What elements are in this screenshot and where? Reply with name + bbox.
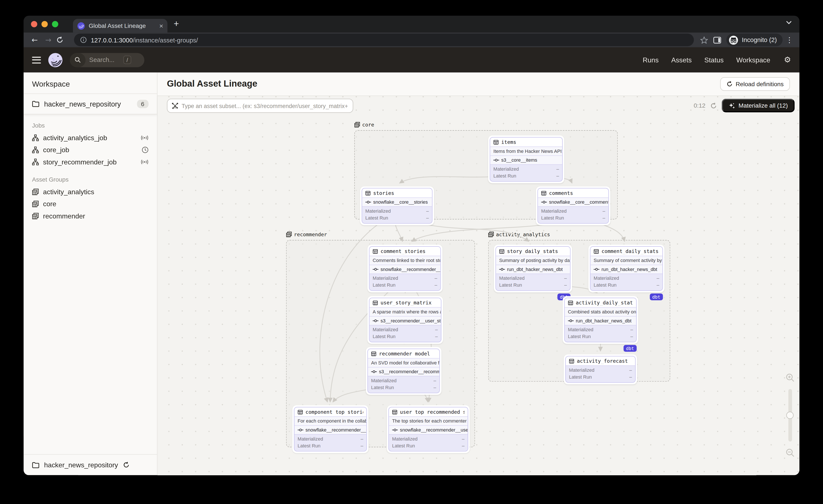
browser-tab-strip: Global Asset Lineage × + bbox=[24, 16, 799, 32]
maximize-window-button[interactable] bbox=[52, 21, 58, 27]
asset-filter[interactable] bbox=[167, 99, 353, 113]
close-window-button[interactable] bbox=[31, 21, 37, 27]
op-icon bbox=[298, 428, 304, 432]
browser-menu-icon[interactable]: ⋮ bbox=[785, 36, 794, 44]
materialized-label: Materialized bbox=[568, 327, 594, 333]
job-name: activity_analytics_job bbox=[43, 134, 107, 142]
asset-node-activity-daily-stats[interactable]: activity_daily_stats Combined stats abou… bbox=[562, 296, 638, 344]
asset-name: component_top_stories bbox=[305, 409, 363, 415]
refresh-graph-icon[interactable] bbox=[710, 102, 717, 109]
latest-run-label: Latest Run bbox=[499, 282, 522, 289]
asset-node-component-top-stories[interactable]: component_top_stories For each component… bbox=[292, 405, 368, 453]
asset-node-story-daily-stats[interactable]: story_daily_stats Summary of posting act… bbox=[494, 244, 572, 292]
address-bar[interactable]: 127.0.0.1:3000/instance/asset-groups/ bbox=[74, 34, 694, 46]
asset-node-user-story-matrix[interactable]: user_story_matrix A sparse matrix where … bbox=[367, 296, 443, 344]
sidebar-item-activity-analytics-group[interactable]: activity_analytics bbox=[24, 186, 157, 198]
reload-definitions-button[interactable]: Reload definitions bbox=[720, 77, 790, 91]
asset-description: Summary of comment activity by day bbox=[591, 256, 662, 265]
materialized-value: – bbox=[564, 275, 567, 282]
bookmark-star-icon[interactable] bbox=[700, 36, 708, 44]
asset-group-icon bbox=[32, 188, 39, 195]
latest-run-label: Latest Run bbox=[568, 333, 591, 340]
tab-search-chevron-icon[interactable] bbox=[786, 21, 792, 25]
sidebar-item-recommender-group[interactable]: recommender bbox=[24, 210, 157, 222]
incognito-badge: Incognito (2) bbox=[726, 34, 783, 46]
nav-status[interactable]: Status bbox=[704, 56, 723, 64]
folder-icon bbox=[32, 101, 39, 107]
materialized-label: Materialized bbox=[373, 327, 398, 333]
asset-name: recommender_model bbox=[379, 351, 430, 356]
materialized-value: – bbox=[360, 436, 363, 443]
tab-title: Global Asset Lineage bbox=[89, 22, 156, 29]
back-button[interactable]: ← bbox=[29, 36, 40, 44]
page-title: Global Asset Lineage bbox=[167, 79, 258, 89]
op-icon bbox=[493, 158, 499, 162]
asset-node-comments[interactable]: comments snowflake__core__comments Mater… bbox=[536, 186, 610, 225]
dagster-logo[interactable] bbox=[48, 52, 63, 67]
asset-name: story_daily_stats bbox=[507, 248, 558, 254]
hamburger-menu-icon[interactable] bbox=[32, 56, 41, 63]
asset-node-user-top-recommended-stories[interactable]: user_top_recommended_stories The top sto… bbox=[387, 405, 470, 453]
materialize-all-label: Materialize all (12) bbox=[738, 103, 788, 109]
job-icon bbox=[32, 159, 39, 166]
site-info-icon[interactable] bbox=[80, 37, 87, 43]
sidebar-item-story-recommender-job[interactable]: story_recommender_job bbox=[24, 156, 157, 168]
sidebar-heading: Workspace bbox=[24, 72, 157, 94]
browser-tab[interactable]: Global Asset Lineage × bbox=[73, 19, 167, 33]
materialize-all-button[interactable]: Materialize all (12) bbox=[721, 99, 795, 112]
side-panel-icon[interactable] bbox=[713, 36, 721, 43]
asset-description: For each component in the collaborative … bbox=[295, 416, 366, 425]
reload-definitions-label: Reload definitions bbox=[735, 81, 784, 87]
materialized-label: Materialized bbox=[392, 436, 418, 443]
dbt-kind-badge: dbt bbox=[624, 345, 637, 352]
asset-node-comment-stories[interactable]: comment_stories Comments linked to their… bbox=[367, 244, 442, 292]
asset-group-icon bbox=[32, 201, 39, 207]
global-search[interactable]: / bbox=[70, 53, 144, 67]
forward-button[interactable]: → bbox=[42, 36, 54, 44]
asset-node-comment-daily-stats[interactable]: comment_daily_stats Summary of comment a… bbox=[588, 244, 664, 292]
tab-close-icon[interactable]: × bbox=[159, 22, 163, 29]
dagster-favicon bbox=[77, 22, 85, 30]
repository-row[interactable]: hacker_news_repository 6 bbox=[24, 94, 157, 114]
nav-workspace[interactable]: Workspace bbox=[736, 56, 770, 64]
incognito-icon bbox=[729, 35, 739, 45]
asset-node-recommender-model[interactable]: recommender_model An SVD model for colla… bbox=[366, 347, 442, 395]
asset-node-stories[interactable]: stories snowflake__core__stories Materia… bbox=[360, 186, 434, 225]
sensor-icon bbox=[141, 135, 149, 141]
sidebar-item-core-group[interactable]: core bbox=[24, 198, 157, 210]
reload-button[interactable] bbox=[56, 36, 68, 43]
lineage-canvas[interactable]: 0:12 Materialize all (12) bbox=[158, 96, 799, 475]
zoom-slider[interactable] bbox=[788, 389, 792, 442]
asset-filter-input[interactable] bbox=[181, 103, 348, 109]
asset-node-activity-forecast[interactable]: activity_forecast Materialized– Latest R… bbox=[564, 354, 637, 384]
traffic-lights bbox=[24, 21, 65, 27]
latest-run-label: Latest Run bbox=[493, 173, 516, 180]
nav-assets[interactable]: Assets bbox=[671, 56, 692, 64]
nav-runs[interactable]: Runs bbox=[643, 56, 659, 64]
settings-gear-icon[interactable]: ⚙ bbox=[784, 55, 791, 64]
sidebar-item-core-job[interactable]: core_job bbox=[24, 144, 157, 156]
latest-run-value: – bbox=[462, 443, 464, 449]
zoom-controls bbox=[784, 373, 796, 457]
op-icon bbox=[568, 319, 574, 323]
reload-repository-icon[interactable] bbox=[123, 462, 130, 468]
footer-repository-name: hacker_news_repository bbox=[44, 461, 118, 469]
new-tab-button[interactable]: + bbox=[174, 19, 179, 29]
zoom-in-icon[interactable] bbox=[786, 373, 795, 382]
asset-node-items[interactable]: items Items from the Hacker News API: ea… bbox=[488, 136, 564, 183]
asset-group-name: recommender bbox=[43, 212, 85, 220]
dagster-nav: Runs Assets Status Workspace ⚙ bbox=[643, 55, 791, 64]
sidebar-item-activity-analytics-job[interactable]: activity_analytics_job bbox=[24, 132, 157, 144]
minimize-window-button[interactable] bbox=[41, 21, 47, 27]
search-input[interactable] bbox=[86, 56, 122, 63]
repository-count-badge: 6 bbox=[137, 100, 149, 108]
sidebar-footer-repository[interactable]: hacker_news_repository bbox=[24, 454, 157, 475]
refresh-icon bbox=[726, 81, 732, 87]
table-icon bbox=[392, 409, 397, 414]
zoom-out-icon[interactable] bbox=[786, 448, 795, 457]
latest-run-value: – bbox=[556, 173, 559, 180]
asset-op: s3__recommender__recommender_mo... bbox=[379, 369, 439, 374]
search-shortcut-key: / bbox=[124, 56, 131, 64]
zoom-slider-knob[interactable] bbox=[786, 411, 794, 419]
dbt-kind-badge: dbt bbox=[650, 294, 663, 300]
